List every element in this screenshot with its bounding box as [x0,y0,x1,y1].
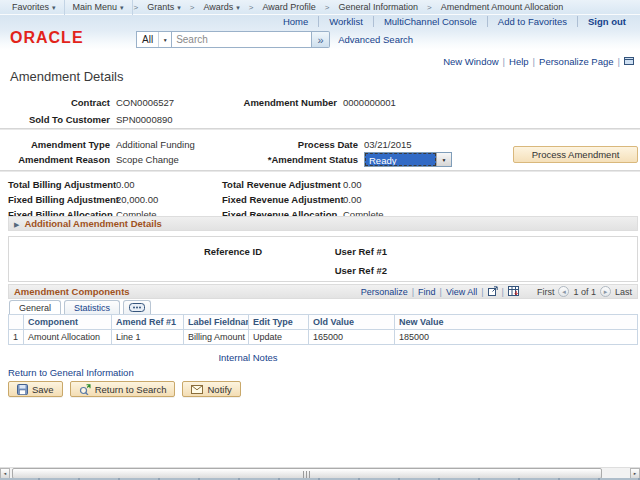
total-billing-adjustment-value: 0.00 [116,179,222,190]
find-link[interactable]: Find [418,287,436,297]
breadcrumb-item-favorites[interactable]: Favorites [4,0,65,15]
internal-notes-link[interactable]: Internal Notes [218,352,277,363]
chevron-down-icon [120,2,124,12]
breadcrumb-item-main-menu[interactable]: Main Menu [65,0,133,15]
sign-out-link[interactable]: Sign out [577,16,636,27]
home-link[interactable]: Home [273,16,318,27]
breadcrumb-item-awards[interactable]: Awards [195,0,247,15]
reference-group-box: Reference ID User Ref #1 User Ref #2 [8,236,638,282]
user-ref-1-label: User Ref #1 [317,246,387,257]
sold-to-customer-label: Sold To Customer [8,114,110,125]
separator-line [0,170,640,172]
form-row: Contract CON0006527 Amendment Number 000… [0,95,640,110]
next-page-icon[interactable] [600,286,611,297]
search-go-button[interactable]: » [312,31,330,48]
breadcrumb-item-amendment-amount-allocation[interactable]: Amendment Amount Allocation [433,0,572,15]
reference-id-label: Reference ID [17,246,262,257]
process-amendment-button[interactable]: Process Amendment [513,146,638,163]
breadcrumb-item-general-information[interactable]: General Information [331,0,427,15]
save-button[interactable]: Save [8,381,63,397]
column-header-component: Component [24,315,112,330]
total-billing-adjustment-label: Total Billing Adjustment [8,179,110,190]
page-title: Amendment Details [10,69,123,84]
form-row: Total Billing Adjustment 0.00 Total Reve… [0,177,640,192]
footer-toolbar: Save Return to Search Notify [8,381,241,397]
amendment-status-select[interactable]: Ready [364,152,452,167]
expand-arrow-icon [9,218,24,229]
personalize-link[interactable]: Personalize [361,287,408,297]
column-header-amend-ref-1: Amend Ref #1 [112,315,184,330]
column-header-label-fieldname: Label Fieldname [184,315,249,330]
chevron-down-icon [236,2,240,12]
tab-general[interactable]: General [9,300,61,314]
first-label: First [537,287,555,297]
save-disk-icon [17,384,28,395]
amendment-type-value: Additional Funding [116,139,222,150]
search-return-icon [79,384,91,395]
breadcrumb-separator: > [426,3,433,12]
page-action-links: New Window | Help | Personalize Page | [443,56,634,67]
search-input[interactable] [172,31,312,48]
grid-tabs: General Statistics [9,300,151,314]
last-label: Last [615,287,632,297]
return-to-general-information-link[interactable]: Return to General Information [8,367,134,378]
dropdown-arrow-button[interactable] [436,153,451,166]
row-number-header [9,315,24,330]
breadcrumb-separator: > [324,3,331,12]
tab-statistics[interactable]: Statistics [64,300,120,314]
show-all-columns-tab[interactable] [123,300,151,314]
contract-value: CON0006527 [116,97,222,108]
global-search: All » Advanced Search [136,31,413,48]
column-header-old-value: Old Value [309,315,395,330]
notify-button[interactable]: Notify [182,381,240,397]
view-all-link[interactable]: View All [446,287,477,297]
envelope-icon [191,385,203,394]
new-value-cell: 185000 [395,330,638,345]
fixed-billing-adjustment-value: 20,000.00 [116,194,222,205]
application-window: Favorites Main Menu > Grants > Awards > … [0,0,640,480]
component-cell: Amount Allocation [24,330,112,345]
amendment-components-header: Amendment Components Personalize | Find … [8,284,638,299]
row-number-cell: 1 [9,330,24,345]
copy-url-icon[interactable] [624,56,634,67]
grid-toolbar: Personalize | Find | View All | | First … [361,286,632,298]
breadcrumb-item-award-profile[interactable]: Award Profile [255,0,324,15]
return-to-search-button[interactable]: Return to Search [70,381,176,397]
fixed-revenue-adjustment-value: 0.00 [343,194,362,205]
fixed-billing-adjustment-label: Fixed Billing Adjustment [8,194,110,205]
search-scope-select[interactable]: All [136,31,172,48]
worklist-link[interactable]: Worklist [318,16,373,27]
process-date-label: Process Date [222,139,358,150]
label-fieldname-cell: Billing Amount [184,330,249,345]
table-header-row: Component Amend Ref #1 Label Fieldname E… [9,315,638,330]
total-revenue-adjustment-value: 0.00 [343,179,362,190]
additional-amendment-details-expander[interactable]: Additional Amendment Details [8,216,638,231]
show-all-columns-icon [129,303,145,312]
form-row: Fixed Billing Adjustment 20,000.00 Fixed… [0,192,640,207]
oracle-logo: ORACLE [10,29,84,47]
amendment-status-label: *Amendment Status [222,154,358,165]
amendment-number-value: 0000000001 [343,97,396,108]
amendment-status-selected-value: Ready [365,153,436,166]
new-window-link[interactable]: New Window [443,56,498,67]
personalize-page-link[interactable]: Personalize Page [539,56,613,67]
user-ref-2-label: User Ref #2 [317,265,387,276]
zoom-popup-icon[interactable] [488,286,498,298]
chevron-down-icon[interactable] [158,32,171,47]
previous-page-icon[interactable] [558,286,569,297]
amendment-type-label: Amendment Type [8,139,110,150]
amendment-number-label: Amendment Number [222,97,337,108]
sold-to-customer-value: SPN0000890 [116,114,222,125]
help-link[interactable]: Help [509,56,529,67]
horizontal-scrollbar[interactable] [0,467,640,478]
multichannel-console-link[interactable]: MultiChannel Console [373,16,487,27]
additional-amendment-details-title: Additional Amendment Details [24,218,161,229]
fixed-revenue-adjustment-label: Fixed Revenue Adjustment [222,194,337,205]
breadcrumb-item-grants[interactable]: Grants [139,0,189,15]
utility-links: Home Worklist MultiChannel Console Add t… [273,16,636,27]
contract-label: Contract [8,97,110,108]
process-date-value: 03/21/2015 [364,139,412,150]
add-to-favorites-link[interactable]: Add to Favorites [487,16,577,27]
advanced-search-link[interactable]: Advanced Search [338,34,413,45]
download-spreadsheet-icon[interactable] [508,286,519,298]
